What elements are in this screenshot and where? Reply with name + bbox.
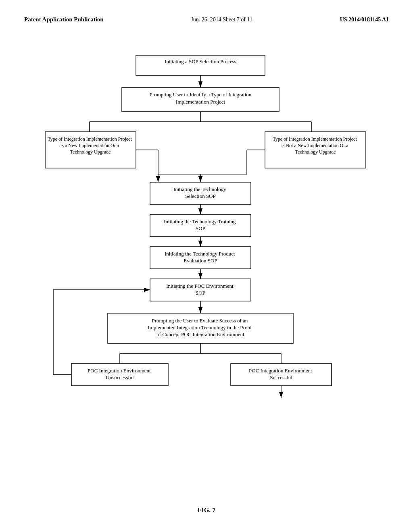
header-right: US 2014/0181145 A1 — [340, 17, 389, 23]
node2-line2: Implementation Project — [176, 99, 225, 105]
node1-text: Initiating a SOP Selection Process — [165, 58, 236, 64]
flowchart-svg: Initiating a SOP Selection Process Promp… — [33, 47, 380, 490]
header-center: Jun. 26, 2014 Sheet 7 of 11 — [191, 17, 252, 23]
node8: Prompting the User to Evaluate Success o… — [148, 318, 253, 337]
page-header: Patent Application Publication Jun. 26, … — [24, 16, 389, 23]
fig-label: FIG. 7 — [24, 507, 389, 514]
header-left: Patent Application Publication — [24, 16, 104, 23]
node2-line1: Prompting User to Identify a Type of Int… — [150, 91, 252, 98]
page: Patent Application Publication Jun. 26, … — [0, 0, 413, 532]
flowchart-container: Initiating a SOP Selection Process Promp… — [24, 47, 389, 490]
